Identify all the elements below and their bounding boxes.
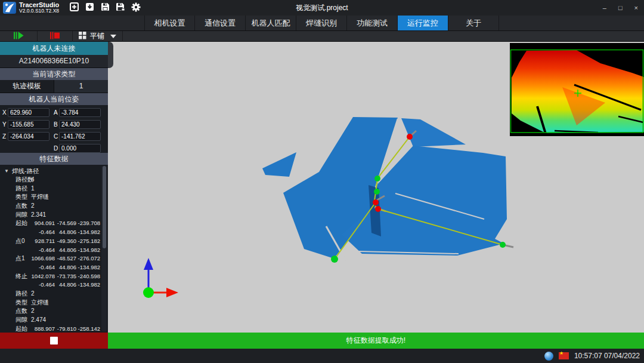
tree-row[interactable]: -0.46444.806-134.982 bbox=[0, 228, 108, 237]
pose-value-field[interactable]: 0.000 bbox=[59, 144, 101, 153]
tree-row-value bbox=[35, 202, 56, 211]
pose-value-field[interactable]: -264.034 bbox=[8, 132, 49, 141]
tree-row-value bbox=[49, 299, 70, 307]
tree-row[interactable]: -0.46444.806-134.982 bbox=[0, 263, 108, 272]
pose-value-field[interactable]: -141.762 bbox=[59, 132, 101, 141]
request-type-header: 当前请求类型 bbox=[0, 68, 108, 80]
tree-row-value bbox=[67, 316, 91, 325]
tree-row-value: -0.464 bbox=[30, 281, 55, 290]
maximize-button[interactable]: □ bbox=[618, 4, 623, 11]
weld-point bbox=[373, 199, 379, 205]
connection-status-banner: 机器人未连接 bbox=[0, 42, 108, 55]
tree-row-value bbox=[70, 193, 94, 202]
tree-row-value: 2.341 bbox=[31, 211, 46, 220]
start-button[interactable] bbox=[0, 31, 38, 42]
tree-root-label: 焊线-路径 bbox=[12, 167, 39, 174]
status-message: 特征数据提取成功! bbox=[346, 336, 405, 346]
tree-row-label: 路径 bbox=[16, 184, 30, 193]
tree-row-value: 1066.698 bbox=[30, 254, 55, 263]
tree-row-value bbox=[46, 211, 67, 220]
tree-row-value: 888.907 bbox=[30, 325, 55, 333]
tab-item[interactable]: 运行监控 bbox=[398, 16, 448, 30]
pose-value-field[interactable]: -3.784 bbox=[59, 108, 101, 117]
point-cloud bbox=[262, 117, 507, 259]
weld-point bbox=[331, 256, 338, 263]
layout-selector[interactable]: 平铺 bbox=[73, 31, 123, 42]
save-as-button[interactable] bbox=[113, 1, 128, 14]
tree-row[interactable]: 类型平焊缝 bbox=[0, 193, 108, 202]
new-project-button[interactable] bbox=[67, 1, 81, 14]
pose-axis-label: A bbox=[54, 109, 59, 116]
pose-axis-label: X bbox=[2, 109, 8, 116]
tree-row[interactable]: 点数2 bbox=[0, 307, 108, 316]
tab-item[interactable]: 通信设置 bbox=[195, 16, 246, 30]
tree-scrollbar-thumb[interactable] bbox=[103, 166, 106, 248]
tree-row[interactable]: -0.46444.806-134.982 bbox=[0, 281, 108, 290]
tree-collapse-arrow-icon[interactable]: ▼ bbox=[4, 167, 9, 176]
language-flag-icon[interactable]: ★ bbox=[559, 352, 569, 359]
tree-row-value: 2.474 bbox=[31, 316, 46, 325]
tree-row[interactable]: 起始888.907-79.810-258.142 bbox=[0, 325, 108, 333]
tree-row-value bbox=[56, 184, 80, 193]
settings-button[interactable] bbox=[129, 1, 143, 14]
stop-button[interactable] bbox=[38, 31, 73, 42]
tree-row[interactable]: 起始904.091-74.569-239.708 bbox=[0, 219, 108, 228]
pose-axis-label: C bbox=[54, 133, 59, 140]
tree-row-value: -0.464 bbox=[30, 263, 55, 272]
tree-row-value: -276.072 bbox=[76, 254, 100, 263]
tab-item[interactable]: 相机设置 bbox=[144, 16, 195, 30]
save-button[interactable] bbox=[98, 1, 112, 14]
tree-row-value bbox=[56, 202, 80, 211]
ime-globe-icon[interactable] bbox=[544, 352, 553, 361]
tree-row[interactable]: 路径数4 bbox=[0, 176, 108, 184]
tree-row[interactable]: 点11066.698-48.527-276.072 bbox=[0, 254, 108, 263]
viewport-3d[interactable] bbox=[108, 42, 644, 333]
weld-point bbox=[407, 134, 413, 140]
pose-value-field[interactable]: 24.430 bbox=[59, 120, 101, 129]
tree-row-value: -240.598 bbox=[76, 272, 100, 281]
close-button[interactable]: × bbox=[634, 4, 638, 11]
pose-axis-label: Z bbox=[2, 133, 8, 140]
tree-row[interactable]: 间隙2.341 bbox=[0, 211, 108, 220]
tree-row[interactable]: 路径1 bbox=[0, 184, 108, 193]
pose-axis-label: Y bbox=[2, 121, 8, 128]
tree-row[interactable]: 终止1042.078-73.735-240.598 bbox=[0, 272, 108, 281]
pose-row: Y-155.685B24.430 bbox=[0, 118, 108, 130]
tree-row-label: 点1 bbox=[16, 254, 30, 263]
tree-row[interactable]: 路径2 bbox=[0, 290, 108, 299]
settings-gear-icon bbox=[131, 2, 141, 14]
tree-scrollbar[interactable] bbox=[101, 166, 107, 331]
tree-row-label: 起始 bbox=[16, 325, 30, 333]
tree-row-value: 平焊缝 bbox=[31, 193, 49, 202]
pose-value-field[interactable]: 629.960 bbox=[8, 108, 49, 117]
tree-row-value: 928.711 bbox=[30, 237, 55, 246]
tree-row[interactable]: 点数2 bbox=[0, 202, 108, 211]
title-bar: TracerStudio V2.0.0.S10.T2.X8 视觉测试.proje… bbox=[0, 0, 644, 16]
run-checkbox[interactable] bbox=[50, 337, 58, 344]
tree-row-value: -134.982 bbox=[76, 281, 100, 290]
tree-row[interactable]: -0.46444.806-134.982 bbox=[0, 246, 108, 255]
open-project-button[interactable] bbox=[82, 1, 97, 14]
tree-row[interactable]: 点0928.711-49.360-275.182 bbox=[0, 237, 108, 246]
tree-row-value bbox=[49, 193, 70, 202]
trajectory-template-value[interactable]: 1 bbox=[54, 80, 108, 93]
weld-point bbox=[375, 206, 381, 212]
tree-row[interactable]: 类型立焊缝 bbox=[0, 299, 108, 307]
tree-row-value bbox=[56, 176, 80, 184]
caret-down-icon[interactable] bbox=[110, 35, 116, 38]
tab-item[interactable]: 关于 bbox=[448, 16, 499, 30]
tab-item[interactable]: 功能测试 bbox=[347, 16, 398, 30]
sidebar-collapse-handle[interactable] bbox=[108, 42, 113, 68]
pose-header: 机器人当前位姿 bbox=[0, 93, 108, 105]
tab-item[interactable]: 焊缝识别 bbox=[296, 16, 347, 30]
pose-value-field[interactable]: -155.685 bbox=[8, 120, 49, 129]
tree-row-value: 1042.078 bbox=[30, 272, 55, 281]
tab-item[interactable]: 机器人匹配 bbox=[246, 16, 296, 30]
minimize-button[interactable]: – bbox=[603, 4, 606, 11]
tree-row-value: -0.464 bbox=[30, 246, 55, 255]
tree-row-value bbox=[70, 299, 94, 307]
tree-row[interactable]: 间隙2.474 bbox=[0, 316, 108, 325]
layout-mode-label: 平铺 bbox=[90, 31, 104, 41]
tree-root-node[interactable]: ▼焊线-路径 bbox=[0, 167, 108, 176]
weld-point bbox=[374, 189, 380, 195]
